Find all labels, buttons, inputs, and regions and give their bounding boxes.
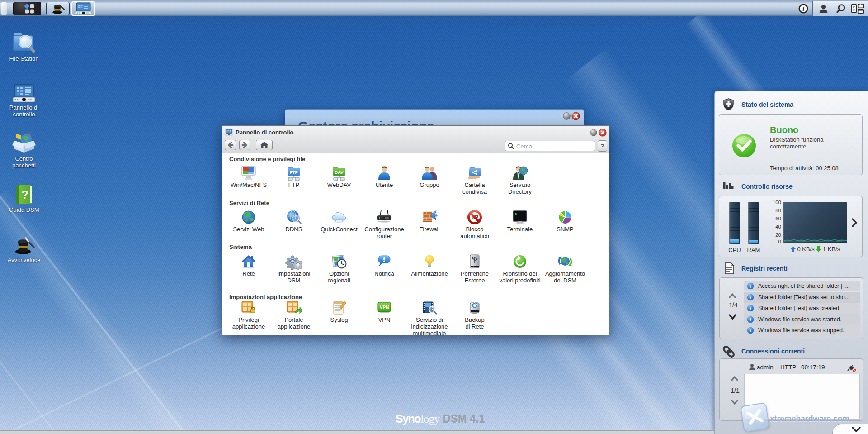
svg-text:?: ? [21,188,28,201]
svg-text:i: i [802,5,804,12]
